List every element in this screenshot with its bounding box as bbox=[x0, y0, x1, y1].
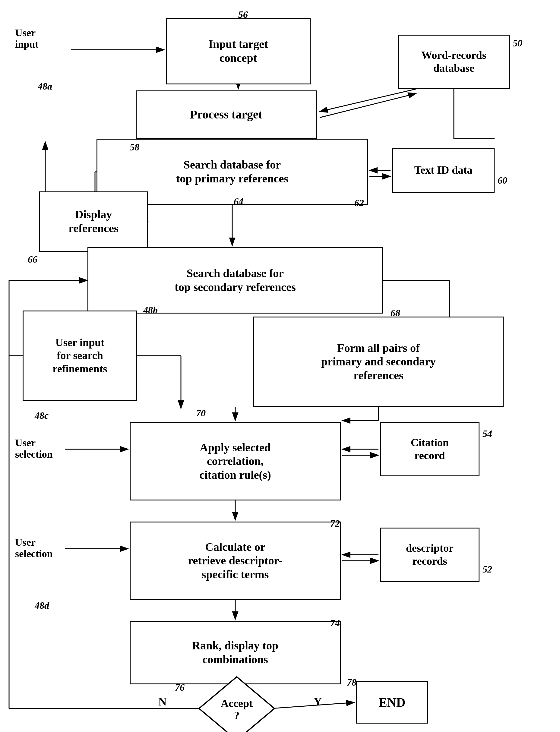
n-label: N bbox=[158, 695, 166, 708]
svg-line-6 bbox=[320, 94, 416, 118]
user-input-refine-box: User input for search refinements bbox=[23, 311, 137, 401]
search-primary-label: Search database for top primary referenc… bbox=[176, 158, 288, 185]
num-52: 52 bbox=[482, 564, 492, 575]
form-all-pairs-box: Form all pairs of primary and secondary … bbox=[253, 317, 504, 407]
rank-display-box: Rank, display top combinations bbox=[130, 621, 341, 684]
word-records-db-box: Word-records database bbox=[398, 35, 510, 89]
num-74: 74 bbox=[330, 617, 340, 629]
num-56: 56 bbox=[238, 9, 248, 20]
citation-record-label: Citation record bbox=[411, 436, 449, 462]
display-refs-label: Display references bbox=[68, 208, 118, 235]
num-78: 78 bbox=[347, 677, 356, 688]
num-50: 50 bbox=[513, 38, 522, 49]
form-all-pairs-label: Form all pairs of primary and secondary … bbox=[321, 341, 436, 382]
num-64: 64 bbox=[234, 196, 243, 207]
apply-correlation-box: Apply selected correlation, citation rul… bbox=[130, 422, 341, 500]
citation-record-box: Citation record bbox=[380, 422, 479, 476]
y-label: Y bbox=[314, 695, 322, 708]
calculate-retrieve-box: Calculate or retrieve descriptor- specif… bbox=[130, 521, 341, 600]
svg-text:?: ? bbox=[234, 709, 239, 721]
num-68: 68 bbox=[391, 308, 400, 319]
rank-display-label: Rank, display top combinations bbox=[192, 639, 278, 666]
num-54: 54 bbox=[482, 428, 492, 439]
user-input-label: User input bbox=[15, 27, 39, 50]
user-selection-2-label: User selection bbox=[15, 537, 53, 559]
num-48c: 48c bbox=[35, 410, 49, 421]
display-refs-box: Display references bbox=[39, 192, 148, 252]
svg-line-5 bbox=[320, 89, 416, 112]
search-secondary-label: Search database for top secondary refere… bbox=[175, 267, 296, 294]
num-48d: 48d bbox=[35, 600, 49, 611]
num-72: 72 bbox=[330, 518, 340, 529]
text-id-data-label: Text ID data bbox=[414, 164, 473, 177]
process-target-label: Process target bbox=[190, 107, 262, 122]
word-records-db-label: Word-records database bbox=[421, 49, 486, 75]
user-selection-1-label: User selection bbox=[15, 437, 53, 460]
apply-correlation-label: Apply selected correlation, citation rul… bbox=[199, 441, 271, 482]
svg-line-36 bbox=[271, 702, 354, 708]
end-box: END bbox=[356, 681, 428, 724]
num-48a: 48a bbox=[38, 81, 52, 92]
num-66: 66 bbox=[28, 254, 37, 265]
num-76: 76 bbox=[175, 682, 185, 693]
input-target-label: Input target concept bbox=[208, 37, 268, 65]
process-target-box: Process target bbox=[136, 90, 317, 139]
num-62: 62 bbox=[354, 198, 364, 209]
num-48b: 48b bbox=[143, 305, 158, 316]
num-60: 60 bbox=[498, 175, 507, 186]
calculate-retrieve-label: Calculate or retrieve descriptor- specif… bbox=[188, 540, 282, 581]
num-70: 70 bbox=[196, 407, 206, 419]
search-secondary-box: Search database for top secondary refere… bbox=[87, 247, 383, 314]
num-58: 58 bbox=[130, 142, 139, 153]
user-input-refine-label: User input for search refinements bbox=[52, 336, 107, 375]
descriptor-records-box: descriptor records bbox=[380, 528, 479, 582]
input-target-concept-box: Input target concept bbox=[166, 18, 311, 84]
svg-text:Accept: Accept bbox=[221, 697, 253, 709]
end-label: END bbox=[379, 695, 406, 710]
descriptor-records-label: descriptor records bbox=[406, 542, 454, 568]
text-id-data-box: Text ID data bbox=[392, 148, 495, 193]
